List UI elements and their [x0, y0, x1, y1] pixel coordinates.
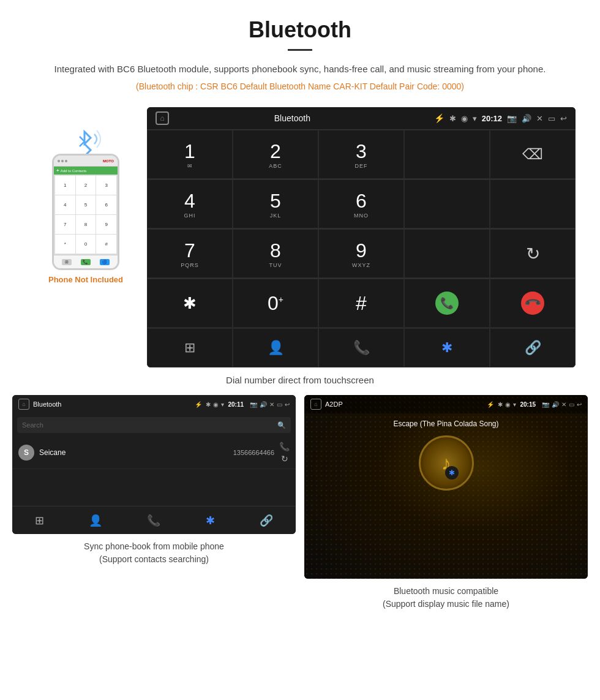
wifi-icon: ▾	[473, 114, 477, 123]
phonebook-caption-line2: (Support contacts searching)	[99, 554, 209, 564]
phone-mockup-container: MOTO + Add to Contacts 1 2 3 4 5 6 7 8 9	[24, 107, 147, 284]
music-album-art: ♪	[419, 435, 474, 491]
close-icon: ✕	[536, 114, 543, 123]
search-icon: 🔍	[277, 421, 286, 429]
window-icon: ▭	[548, 114, 555, 123]
contact-row: S Seicane 13566664466 📞 ↻	[12, 437, 296, 469]
music-status-bar: ⌂ A2DP ⚡ ✱◉▾ 20:15 📷🔊✕▭↩	[304, 395, 588, 413]
pb-nav-phone[interactable]: 📞	[147, 514, 160, 527]
key-3[interactable]: 3DEF	[318, 130, 404, 179]
pb-time: 20:11	[228, 401, 244, 408]
phonebook-status-bar: ⌂ Bluetooth ⚡ ✱◉▾ 20:11 📷🔊✕▭↩	[12, 395, 296, 413]
pb-usb-icon: ⚡	[195, 401, 202, 408]
call-icon: 📞	[435, 292, 459, 315]
dial-keypad-row3: 7PQRS 8TUV 9WXYZ ↻	[147, 228, 576, 278]
key-1[interactable]: 1✉	[147, 130, 233, 179]
music-content: Escape (The Pina Colada Song) ♪ ✱	[304, 413, 588, 506]
music-right-icons: 📷🔊✕▭↩	[542, 401, 582, 408]
contact-avatar: S	[18, 445, 34, 461]
pb-right-icons: 📷🔊✕▭↩	[250, 401, 290, 408]
header-section: Bluetooth Integrated with BC6 Bluetooth …	[0, 0, 600, 101]
volume-icon: 🔊	[522, 114, 531, 123]
key-empty-3	[490, 179, 576, 228]
key-0[interactable]: 0+	[233, 279, 318, 328]
key-empty-4	[404, 229, 490, 278]
music-screen-title: A2DP	[325, 401, 483, 408]
music-card: ⌂ A2DP ⚡ ✱◉▾ 20:15 📷🔊✕▭↩ Escape (The Pin…	[304, 395, 588, 611]
music-status-icons: ✱◉▾	[498, 401, 516, 408]
pb-nav-bluetooth[interactable]: ✱	[206, 514, 215, 527]
key-6[interactable]: 6MNO	[318, 179, 404, 228]
music-caption-line1: Bluetooth music compatible	[394, 586, 498, 596]
nav-grid-icon[interactable]: ⊞	[147, 328, 233, 367]
location-icon: ◉	[461, 114, 468, 123]
dial-status-bar: ⌂ Bluetooth ⚡ ✱ ◉ ▾ 20:12 📷 🔊 ✕ ▭ ↩	[147, 107, 576, 129]
middle-section: MOTO + Add to Contacts 1 2 3 4 5 6 7 8 9	[0, 101, 600, 367]
call-button[interactable]: 📞	[404, 279, 490, 328]
nav-person-icon[interactable]: 👤	[233, 328, 318, 367]
search-placeholder: Search	[22, 421, 43, 429]
camera-icon: 📷	[507, 114, 517, 123]
title-divider	[288, 49, 312, 51]
pb-status-icons: ✱◉▾	[206, 401, 224, 408]
key-8[interactable]: 8TUV	[233, 229, 318, 278]
phonebook-bottom-nav: ⊞ 👤 📞 ✱ 🔗	[12, 506, 296, 534]
status-time: 20:12	[482, 114, 502, 123]
music-caption: Bluetooth music compatible (Support disp…	[304, 585, 588, 611]
phonebook-screenshot: ⌂ Bluetooth ⚡ ✱◉▾ 20:11 📷🔊✕▭↩ Search 🔍 S	[12, 395, 296, 534]
music-usb-icon: ⚡	[487, 401, 494, 408]
back-icon: ↩	[560, 114, 567, 123]
dial-screen-container: ⌂ Bluetooth ⚡ ✱ ◉ ▾ 20:12 📷 🔊 ✕ ▭ ↩	[147, 107, 576, 367]
call-contact-icon[interactable]: 📞	[279, 442, 290, 451]
contact-action-icons: 📞 ↻	[279, 442, 290, 464]
phonebook-card: ⌂ Bluetooth ⚡ ✱◉▾ 20:11 📷🔊✕▭↩ Search 🔍 S	[12, 395, 296, 611]
usb-icon: ⚡	[434, 113, 444, 123]
phonebook-caption-line1: Sync phone-book from mobile phone	[84, 541, 224, 551]
backspace-key[interactable]: ⌫	[490, 130, 576, 179]
contact-name: Seicane	[39, 448, 228, 457]
pb-nav-link[interactable]: 🔗	[260, 514, 273, 527]
key-4[interactable]: 4GHI	[147, 179, 233, 228]
pb-home-icon: ⌂	[18, 399, 29, 410]
page-title: Bluetooth	[37, 17, 563, 43]
phonebook-caption: Sync phone-book from mobile phone (Suppo…	[12, 540, 296, 566]
dial-screen: ⌂ Bluetooth ⚡ ✱ ◉ ▾ 20:12 📷 🔊 ✕ ▭ ↩	[147, 107, 576, 367]
phone-not-included-label: Phone Not Included	[48, 275, 123, 284]
header-description: Integrated with BC6 Bluetooth module, su…	[37, 62, 563, 77]
music-bluetooth-badge: ✱	[445, 466, 459, 480]
key-star[interactable]: ✱	[147, 279, 233, 328]
dial-bottom-nav: ⊞ 👤 📞 ✱ 🔗	[147, 328, 576, 367]
music-home-icon: ⌂	[310, 399, 321, 410]
dial-keypad-row4: ✱ 0+ # 📞 📞	[147, 278, 576, 328]
status-icons-right: ✱ ◉ ▾ 20:12 📷 🔊 ✕ ▭ ↩	[449, 114, 567, 123]
refresh-key[interactable]: ↻	[490, 229, 576, 278]
music-song-title: Escape (The Pina Colada Song)	[393, 420, 498, 428]
nav-bluetooth-icon[interactable]: ✱	[404, 328, 490, 367]
pb-nav-person[interactable]: 👤	[89, 514, 102, 527]
end-call-button[interactable]: 📞	[490, 279, 576, 328]
key-7[interactable]: 7PQRS	[147, 229, 233, 278]
key-hash[interactable]: #	[318, 279, 404, 328]
pb-nav-grid[interactable]: ⊞	[35, 514, 44, 527]
pb-screen-title: Bluetooth	[33, 401, 191, 408]
end-call-icon: 📞	[516, 287, 549, 320]
nav-link-icon[interactable]: 🔗	[490, 328, 576, 367]
bluetooth-status-icon: ✱	[449, 114, 456, 123]
key-2[interactable]: 2ABC	[233, 130, 318, 179]
contact-number: 13566664466	[233, 449, 274, 456]
music-time: 20:15	[520, 401, 536, 408]
key-empty-1	[404, 130, 490, 179]
key-5[interactable]: 5JKL	[233, 179, 318, 228]
music-caption-line2: (Support display music file name)	[383, 599, 509, 609]
key-9[interactable]: 9WXYZ	[318, 229, 404, 278]
dial-caption: Dial number direct from touchscreen	[0, 375, 600, 385]
phonebook-search-bar[interactable]: Search 🔍	[17, 417, 291, 433]
nav-phone-icon[interactable]: 📞	[318, 328, 404, 367]
dial-keypad-row2: 4GHI 5JKL 6MNO	[147, 179, 576, 228]
key-empty-2	[404, 179, 490, 228]
music-screenshot: ⌂ A2DP ⚡ ✱◉▾ 20:15 📷🔊✕▭↩ Escape (The Pin…	[304, 395, 588, 579]
phone-mockup: MOTO + Add to Contacts 1 2 3 4 5 6 7 8 9	[52, 154, 119, 270]
refresh-contact-icon[interactable]: ↻	[281, 454, 288, 464]
header-specs: (Bluetooth chip : CSR BC6 Default Blueto…	[37, 81, 563, 91]
dial-keypad-row1: 1✉ 2ABC 3DEF ⌫	[147, 129, 576, 179]
